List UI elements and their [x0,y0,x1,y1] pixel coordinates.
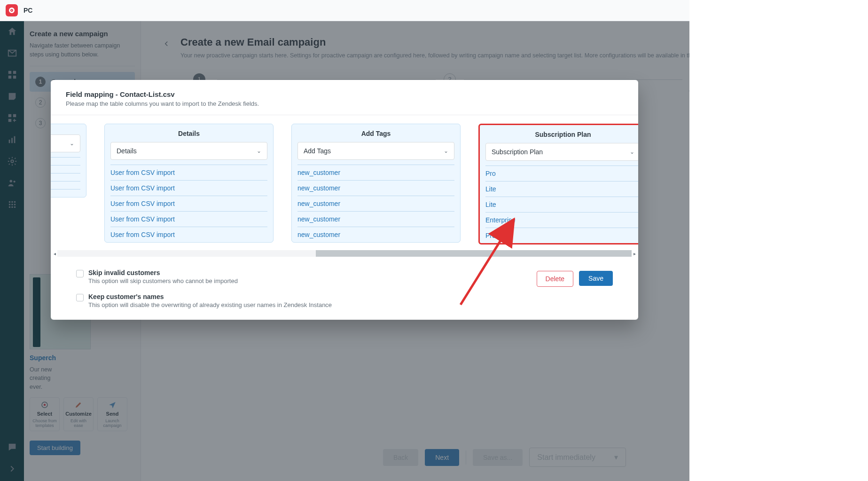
scroll-left-icon[interactable]: ◂ [52,250,57,257]
card-header: Add Tags [292,124,460,142]
checkbox-skip[interactable] [76,270,84,277]
scroll-track[interactable] [57,250,632,257]
mapping-columns: ⌄ Details Details ⌄ User from CSV import… [51,115,638,250]
app-logo-icon [6,4,18,16]
cell: new_customer [297,196,454,211]
cell [51,189,80,197]
page-right-edge [689,0,868,481]
card-header: Subscription Plan [480,125,638,143]
topbar-label: PC [23,7,32,14]
chevron-down-icon: ⌄ [630,149,634,155]
cell: Lite [485,197,638,212]
select-value: Add Tags [304,147,331,155]
cell: User from CSV import [110,165,267,180]
cell: User from CSV import [110,211,267,227]
cell: User from CSV import [110,180,267,196]
cell: new_customer [297,211,454,227]
modal-subtitle: Please map the table columns you want to… [66,100,623,107]
cell: Pro [485,166,638,181]
cell [51,157,80,165]
option-keep: Keep customer's names This option will d… [76,293,332,308]
mapping-card-tags: Add Tags Add Tags ⌄ new_customer new_cus… [291,124,461,243]
option-title: Keep customer's names [88,293,332,300]
cell: Lite [485,181,638,197]
horizontal-scrollbar[interactable]: ◂ ▸ [52,250,637,257]
mapping-select[interactable]: ⌄ [51,134,80,152]
mapping-select-subscription[interactable]: Subscription Plan ⌄ [485,143,638,161]
mapping-card-subscription: Subscription Plan Subscription Plan ⌄ Pr… [478,124,638,244]
option-sub: This option will skip customers who cann… [88,277,238,284]
cell: new_customer [297,165,454,180]
cell: User from CSV import [110,227,267,242]
modal-title: Field mapping - Contact-List.csv [66,90,623,98]
cell: new_customer [297,227,454,242]
modal-options: Skip invalid customers This option will … [51,260,638,308]
delete-button[interactable]: Delete [537,271,573,287]
chevron-down-icon: ⌄ [70,140,74,147]
scroll-thumb[interactable] [316,250,632,257]
cell: Pro [485,228,638,243]
cell [51,181,80,189]
select-value: Subscription Plan [492,148,543,156]
mapping-select-tags[interactable]: Add Tags ⌄ [297,142,454,160]
card-header: Details [105,124,273,142]
cell [51,173,80,181]
cell: new_customer [297,180,454,196]
card-header [51,124,86,134]
modal-header: Field mapping - Contact-List.csv Please … [51,80,638,115]
select-value: Details [117,147,137,155]
mapping-card-details: Details Details ⌄ User from CSV import U… [104,124,274,243]
chevron-down-icon: ⌄ [257,148,261,154]
option-skip: Skip invalid customers This option will … [76,269,332,284]
option-title: Skip invalid customers [88,269,238,276]
mapping-select-details[interactable]: Details ⌄ [110,142,267,160]
option-sub: This option will disable the overwriting… [88,301,332,308]
cell [51,165,80,173]
field-mapping-modal: Field mapping - Contact-List.csv Please … [51,80,638,320]
chevron-down-icon: ⌄ [444,148,448,154]
scroll-right-icon[interactable]: ▸ [632,250,637,257]
save-button[interactable]: Save [579,271,613,286]
cell: User from CSV import [110,196,267,211]
checkbox-keep[interactable] [76,294,84,301]
mapping-card-partial: ⌄ [51,124,86,197]
cell: Enterprise [485,212,638,228]
